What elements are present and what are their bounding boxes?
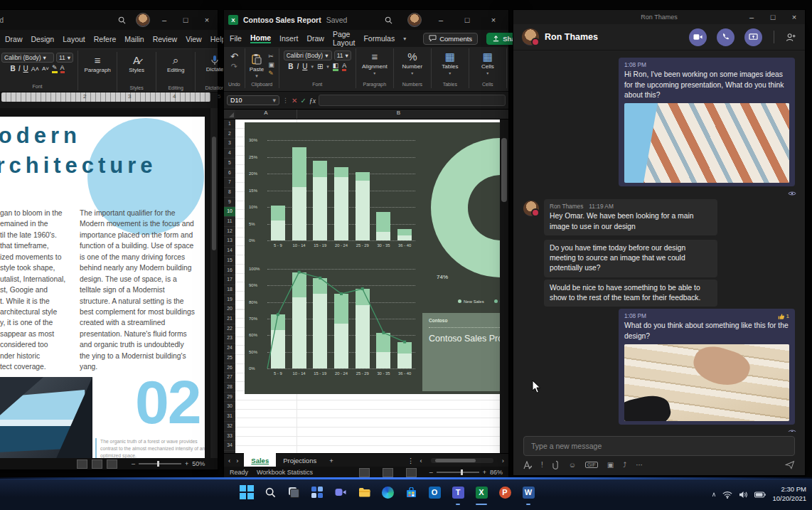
fill-color-icon[interactable]: ◧ xyxy=(333,62,339,71)
grow-font-button[interactable]: A˄ xyxy=(31,65,39,73)
fx-icon[interactable]: ƒx xyxy=(309,97,316,105)
search-icon[interactable] xyxy=(378,10,399,30)
video-call-button[interactable] xyxy=(689,28,707,46)
sheet-tab-projections[interactable]: Projections xyxy=(276,452,324,468)
cut-icon[interactable]: ✂ xyxy=(268,53,274,60)
message-input[interactable]: Type a new message xyxy=(523,436,795,456)
hscroll-left-icon[interactable]: ‹ xyxy=(420,457,422,464)
word-titlebar[interactable]: ed – □ × xyxy=(0,10,218,30)
row-header-30[interactable]: 30 xyxy=(224,402,235,412)
taskbar-outlook-icon[interactable]: O xyxy=(425,483,444,501)
row-header-34[interactable]: 34 xyxy=(224,441,235,451)
page-layout-view-icon[interactable] xyxy=(383,468,393,477)
word-tab-layout[interactable]: Layout xyxy=(59,33,89,46)
row-header-5[interactable]: 5 xyxy=(224,159,235,169)
word-scrollbar[interactable] xyxy=(210,108,218,458)
taskbar-file-explorer-icon[interactable] xyxy=(355,483,373,501)
row-header-31[interactable]: 31 xyxy=(224,412,235,422)
sales-dashboard-image[interactable]: 30%25%20%15%10%5%0%5 - 910 - 1415 - 1920… xyxy=(245,122,500,394)
emoji-icon[interactable]: ☺ xyxy=(569,461,576,469)
formula-input[interactable] xyxy=(319,95,506,106)
word-styles-button[interactable]: A̷Styles xyxy=(129,52,144,73)
underline-button[interactable]: U xyxy=(23,65,28,73)
underline-button[interactable]: U xyxy=(302,63,307,70)
word-tab-view[interactable]: View xyxy=(182,33,205,46)
excel-tables-button[interactable]: ▦Tables▾ xyxy=(442,48,458,75)
excel-alignment-button[interactable]: ≡Alignment▾ xyxy=(362,48,388,75)
row-header-3[interactable]: 3 xyxy=(224,139,235,149)
bold-button[interactable]: B xyxy=(11,65,16,73)
gif-icon[interactable]: GIF xyxy=(585,462,598,468)
row-header-11[interactable]: 11 xyxy=(224,217,235,227)
row-header-29[interactable]: 29 xyxy=(224,393,235,403)
select-all-corner[interactable] xyxy=(224,110,235,119)
format-icon[interactable] xyxy=(523,461,532,469)
word-paragraph-button[interactable]: ≡Paragraph xyxy=(84,52,110,73)
excel-tab-home[interactable]: Home xyxy=(250,33,271,43)
worksheet-grid[interactable]: 30%25%20%15%10%5%0%5 - 910 - 1415 - 1920… xyxy=(235,119,500,453)
sheet-tab-sales[interactable]: Sales xyxy=(244,452,276,468)
contact-avatar[interactable] xyxy=(522,28,539,46)
taskbar-word-icon[interactable]: W xyxy=(519,483,538,501)
row-header-27[interactable]: 27 xyxy=(224,373,235,383)
row-header-19[interactable]: 19 xyxy=(224,295,235,305)
excel-tab-formulas[interactable]: Formulas xyxy=(363,34,395,43)
attach-icon[interactable] xyxy=(552,460,560,469)
highlight-button[interactable]: ✎ xyxy=(52,64,58,73)
font-size-select[interactable]: 11▾ xyxy=(56,53,73,63)
row-header-13[interactable]: 13 xyxy=(224,236,235,246)
word-tab-design[interactable]: Design xyxy=(28,33,58,46)
font-name-select[interactable]: Calibri (Body)▾ xyxy=(1,53,54,63)
maximize-icon[interactable]: □ xyxy=(762,10,784,24)
row-header-32[interactable]: 32 xyxy=(224,422,235,432)
row-header-14[interactable]: 14 xyxy=(224,246,235,256)
row-header-2[interactable]: 2 xyxy=(224,129,235,139)
message-list[interactable]: 1:08 PMHi Ron, I've been working on some… xyxy=(513,51,805,432)
redo-icon[interactable]: ↷ xyxy=(231,62,237,71)
message-sent[interactable]: 1:08 PM1What do you think about somethin… xyxy=(619,309,795,425)
maximize-icon[interactable]: □ xyxy=(175,10,196,30)
minimize-icon[interactable]: – xyxy=(154,10,175,30)
zoom-slider[interactable] xyxy=(139,463,181,464)
taskbar-edge-icon[interactable] xyxy=(378,483,397,501)
row-header-20[interactable]: 20 xyxy=(224,304,235,314)
row-header-15[interactable]: 15 xyxy=(224,256,235,266)
row-header-12[interactable]: 12 xyxy=(224,227,235,237)
row-header-22[interactable]: 22 xyxy=(224,324,235,334)
zoom-level[interactable]: 86% xyxy=(490,469,503,476)
copy-icon[interactable]: ▣ xyxy=(268,61,274,68)
row-header-21[interactable]: 21 xyxy=(224,314,235,324)
share-icon[interactable]: ⤴ xyxy=(623,461,626,469)
row-header-17[interactable]: 17 xyxy=(224,275,235,285)
taskbar-powerpoint-icon[interactable]: P xyxy=(496,483,514,501)
row-header-7[interactable]: 7 xyxy=(224,178,235,188)
add-people-icon[interactable] xyxy=(786,33,796,42)
hscroll-right-icon[interactable]: › xyxy=(502,457,504,464)
sheet-next-icon[interactable]: › xyxy=(236,457,238,464)
word-tab-mailin[interactable]: Mailin xyxy=(121,33,147,46)
avatar[interactable] xyxy=(404,10,425,30)
zoom-in-icon[interactable]: + xyxy=(483,469,486,476)
message-received[interactable]: Would be nice to have something to be ab… xyxy=(544,280,717,307)
excel-tab-file[interactable]: File xyxy=(230,34,242,43)
more-icon[interactable]: ⋮ xyxy=(282,97,289,104)
word-tab-review[interactable]: Review xyxy=(149,33,181,46)
sheet-more-icon[interactable]: ⋮ xyxy=(407,457,415,464)
enter-icon[interactable]: ✓ xyxy=(300,97,306,105)
zoom-out-icon[interactable]: – xyxy=(429,469,433,476)
taskbar-clock[interactable]: 2:30 PM 10/20/2021 xyxy=(772,485,806,504)
close-icon[interactable]: × xyxy=(196,10,218,30)
minimize-icon[interactable]: – xyxy=(741,10,762,24)
row-headers[interactable]: 1234567891011121314151617181920212223242… xyxy=(224,119,235,453)
excel-tab-page-layout[interactable]: Page Layout xyxy=(333,30,356,47)
column-header-a[interactable]: A xyxy=(235,110,297,119)
row-header-26[interactable]: 26 xyxy=(224,363,235,373)
more-icon[interactable]: ⋯ xyxy=(636,461,643,469)
taskbar-excel-icon[interactable]: X xyxy=(472,483,491,501)
name-box[interactable]: D10▾ xyxy=(227,95,279,105)
word-tab-refere[interactable]: Refere xyxy=(90,33,120,46)
reaction-badge[interactable]: 1 xyxy=(777,312,789,320)
close-icon[interactable]: × xyxy=(784,10,805,24)
web-layout-icon[interactable] xyxy=(107,459,117,469)
font-name-select[interactable]: Calibri (Body)▾ xyxy=(284,51,332,60)
